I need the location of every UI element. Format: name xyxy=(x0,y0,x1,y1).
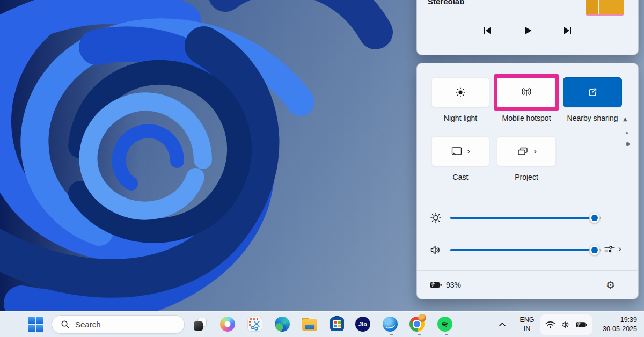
thunderbird-icon xyxy=(383,317,398,332)
language-line2: IN xyxy=(516,325,538,334)
copilot-icon xyxy=(220,317,235,332)
battery-charging-icon xyxy=(429,281,442,289)
cast-chevron-icon: › xyxy=(467,146,470,156)
volume-slider[interactable] xyxy=(450,249,601,251)
brightness-row xyxy=(417,210,638,226)
volume-expand-chevron-icon[interactable]: › xyxy=(618,244,621,253)
file-explorer-button[interactable] xyxy=(302,316,318,332)
media-controls xyxy=(417,22,638,39)
page-up-arrow[interactable]: ▲ xyxy=(623,116,627,122)
quick-settings-panel: Night light Mobile hotspot Nearby sharin… xyxy=(416,63,639,299)
album-art xyxy=(586,0,624,16)
nearby-sharing-label: Nearby sharing xyxy=(558,114,627,122)
microsoft-store-button[interactable] xyxy=(329,316,345,332)
search-icon xyxy=(61,320,70,329)
next-track-button[interactable] xyxy=(559,22,576,39)
battery-percent: 93% xyxy=(446,281,461,289)
snipping-tool-button[interactable] xyxy=(247,316,263,332)
taskbar: Search xyxy=(0,311,644,337)
clock[interactable]: 19:39 30-05-2025 xyxy=(603,316,637,334)
media-title: Stereolab xyxy=(428,0,464,6)
task-view-button[interactable] xyxy=(192,316,208,332)
search-placeholder: Search xyxy=(75,320,101,329)
cast-icon xyxy=(451,146,463,157)
settings-gear-icon[interactable]: ⚙ xyxy=(606,279,615,291)
running-indicator-spotify xyxy=(445,334,448,335)
snipping-tool-icon xyxy=(247,317,262,332)
audio-output-icon[interactable] xyxy=(604,243,616,255)
jio-button[interactable]: Jio xyxy=(355,316,371,332)
volume-slider-thumb[interactable] xyxy=(589,245,600,255)
running-indicator-chrome xyxy=(418,334,421,335)
cast-tile[interactable]: › xyxy=(431,136,489,166)
mobile-hotspot-tile[interactable] xyxy=(497,77,556,107)
language-line1: ENG xyxy=(516,316,538,325)
wifi-icon xyxy=(545,320,556,329)
project-chevron-icon: › xyxy=(533,146,537,156)
chrome-icon xyxy=(409,316,426,332)
time: 19:39 xyxy=(603,316,637,325)
night-light-label: Night light xyxy=(426,114,495,122)
edge-icon xyxy=(275,317,290,332)
volume-icon xyxy=(429,244,442,257)
brightness-icon xyxy=(429,211,442,224)
divider xyxy=(417,270,638,271)
mobile-hotspot-label: Mobile hotspot xyxy=(492,114,561,122)
play-button[interactable] xyxy=(519,22,536,39)
night-light-icon xyxy=(455,86,466,98)
file-explorer-icon xyxy=(302,318,317,331)
search-input[interactable]: Search xyxy=(52,315,185,334)
project-tile[interactable]: › xyxy=(497,136,556,166)
edge-button[interactable] xyxy=(274,316,290,332)
project-icon xyxy=(516,145,529,157)
system-tray-quick-settings[interactable] xyxy=(540,314,592,335)
chrome-button[interactable] xyxy=(409,316,426,332)
night-light-tile[interactable] xyxy=(431,77,489,107)
divider xyxy=(417,195,638,195)
desktop: Stereolab xyxy=(0,0,644,337)
brightness-slider-thumb[interactable] xyxy=(589,213,600,223)
volume-row: › xyxy=(417,242,638,258)
thunderbird-button[interactable] xyxy=(382,316,398,332)
microsoft-store-icon xyxy=(330,317,344,331)
hidden-icons-chevron[interactable] xyxy=(497,319,508,330)
running-indicator-thunderbird xyxy=(390,334,393,335)
date: 30-05-2025 xyxy=(603,325,637,334)
language-indicator[interactable]: ENG IN xyxy=(516,316,538,334)
nearby-sharing-tile[interactable] xyxy=(563,77,622,107)
spotify-icon xyxy=(437,317,452,332)
copilot-button[interactable] xyxy=(219,316,236,332)
spotify-button[interactable] xyxy=(437,316,453,332)
tray-battery-charging-icon xyxy=(575,320,588,329)
project-label: Project xyxy=(492,173,561,181)
page-dot-1[interactable] xyxy=(626,132,628,134)
start-button[interactable] xyxy=(28,317,43,332)
jio-icon: Jio xyxy=(355,317,370,332)
cast-label: Cast xyxy=(426,173,495,181)
battery-status[interactable]: 93% xyxy=(429,281,461,289)
nearby-sharing-icon xyxy=(586,86,599,99)
mobile-hotspot-icon xyxy=(519,86,533,99)
media-player-card: Stereolab xyxy=(416,0,639,55)
chrome-profile-avatar xyxy=(418,314,426,322)
task-view-icon xyxy=(193,317,208,332)
page-dot-2[interactable] xyxy=(626,142,630,146)
previous-track-button[interactable] xyxy=(479,22,496,39)
tray-volume-icon xyxy=(560,320,571,329)
brightness-slider[interactable] xyxy=(450,217,601,219)
